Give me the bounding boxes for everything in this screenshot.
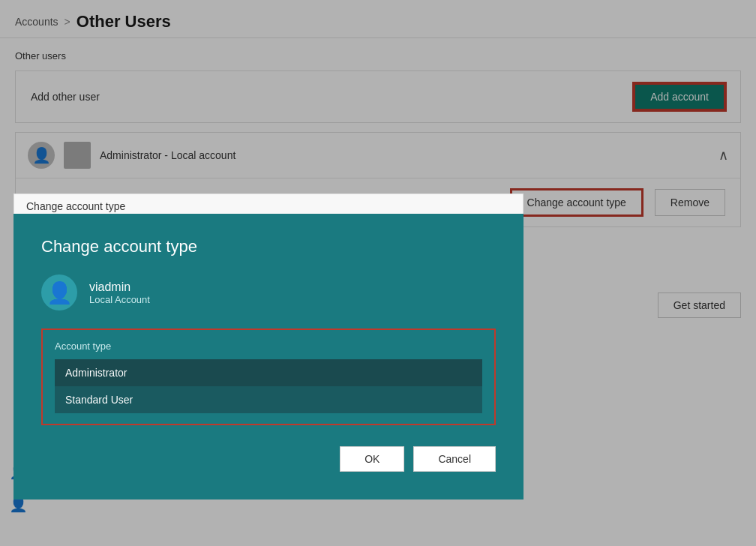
- change-account-type-dialog: Change account type 👤 viadmin Local Acco…: [14, 214, 524, 500]
- dialog-cancel-button[interactable]: Cancel: [413, 446, 496, 472]
- dialog-user-name: viadmin: [89, 280, 150, 294]
- dialog-user-type: Local Account: [89, 294, 150, 305]
- dialog-ok-button[interactable]: OK: [340, 446, 404, 472]
- dialog-title: Change account type: [41, 237, 496, 256]
- account-type-list: Administrator Standard User: [55, 359, 482, 413]
- account-type-section: Account type Administrator Standard User: [41, 328, 496, 425]
- account-type-label: Account type: [55, 340, 482, 352]
- dialog-user-info: 👤 viadmin Local Account: [41, 274, 496, 310]
- dialog-user-details: viadmin Local Account: [89, 280, 150, 305]
- account-type-administrator[interactable]: Administrator: [55, 359, 482, 386]
- dialog-avatar: 👤: [41, 274, 77, 310]
- dialog-buttons: OK Cancel: [41, 446, 496, 472]
- dialog-titlebar-text: Change account type: [26, 200, 125, 212]
- account-type-standard-user[interactable]: Standard User: [55, 386, 482, 413]
- page-container: Accounts > Other Users Other users Add o…: [0, 0, 756, 546]
- dialog-person-icon: 👤: [46, 280, 73, 305]
